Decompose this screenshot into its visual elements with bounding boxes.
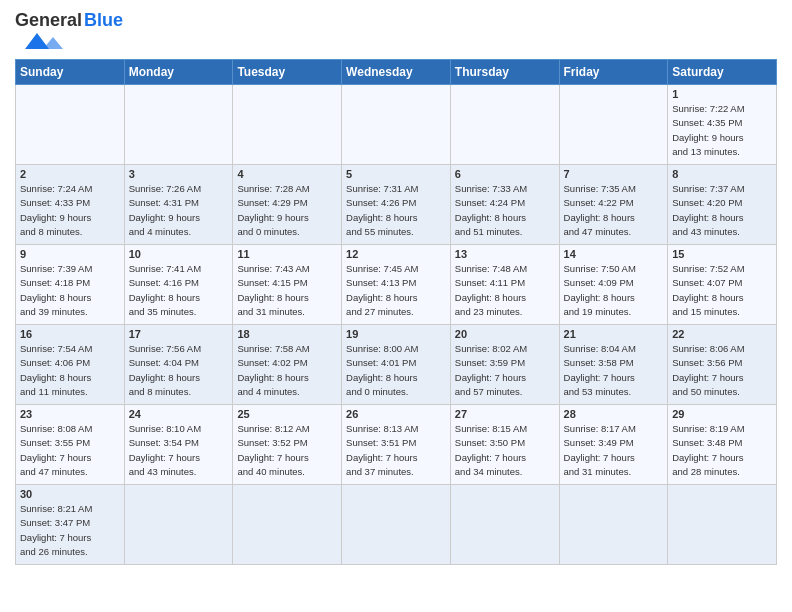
calendar-week-row: 1Sunrise: 7:22 AM Sunset: 4:35 PM Daylig…: [16, 85, 777, 165]
col-monday: Monday: [124, 60, 233, 85]
logo-icon: [15, 31, 70, 51]
day-number: 30: [20, 488, 120, 500]
col-tuesday: Tuesday: [233, 60, 342, 85]
day-info: Sunrise: 8:04 AM Sunset: 3:58 PM Dayligh…: [564, 342, 664, 399]
day-info: Sunrise: 7:22 AM Sunset: 4:35 PM Dayligh…: [672, 102, 772, 159]
day-info: Sunrise: 8:19 AM Sunset: 3:48 PM Dayligh…: [672, 422, 772, 479]
day-info: Sunrise: 7:24 AM Sunset: 4:33 PM Dayligh…: [20, 182, 120, 239]
calendar-cell: 27Sunrise: 8:15 AM Sunset: 3:50 PM Dayli…: [450, 405, 559, 485]
day-info: Sunrise: 7:56 AM Sunset: 4:04 PM Dayligh…: [129, 342, 229, 399]
day-number: 3: [129, 168, 229, 180]
day-number: 24: [129, 408, 229, 420]
calendar-cell: 23Sunrise: 8:08 AM Sunset: 3:55 PM Dayli…: [16, 405, 125, 485]
day-number: 27: [455, 408, 555, 420]
day-info: Sunrise: 7:48 AM Sunset: 4:11 PM Dayligh…: [455, 262, 555, 319]
col-saturday: Saturday: [668, 60, 777, 85]
day-info: Sunrise: 8:02 AM Sunset: 3:59 PM Dayligh…: [455, 342, 555, 399]
day-info: Sunrise: 7:43 AM Sunset: 4:15 PM Dayligh…: [237, 262, 337, 319]
calendar-cell: 19Sunrise: 8:00 AM Sunset: 4:01 PM Dayli…: [342, 325, 451, 405]
calendar-cell: 7Sunrise: 7:35 AM Sunset: 4:22 PM Daylig…: [559, 165, 668, 245]
calendar-cell: [342, 485, 451, 565]
day-number: 20: [455, 328, 555, 340]
calendar-cell: 13Sunrise: 7:48 AM Sunset: 4:11 PM Dayli…: [450, 245, 559, 325]
calendar-week-row: 23Sunrise: 8:08 AM Sunset: 3:55 PM Dayli…: [16, 405, 777, 485]
calendar-cell: 5Sunrise: 7:31 AM Sunset: 4:26 PM Daylig…: [342, 165, 451, 245]
calendar-cell: [450, 85, 559, 165]
calendar-cell: 28Sunrise: 8:17 AM Sunset: 3:49 PM Dayli…: [559, 405, 668, 485]
calendar-cell: [559, 485, 668, 565]
day-number: 11: [237, 248, 337, 260]
day-number: 14: [564, 248, 664, 260]
page: General Blue Sunday Monday Tuesday Wedne…: [0, 0, 792, 575]
calendar-cell: 9Sunrise: 7:39 AM Sunset: 4:18 PM Daylig…: [16, 245, 125, 325]
svg-marker-1: [43, 37, 63, 49]
day-number: 29: [672, 408, 772, 420]
calendar-cell: 12Sunrise: 7:45 AM Sunset: 4:13 PM Dayli…: [342, 245, 451, 325]
day-info: Sunrise: 7:39 AM Sunset: 4:18 PM Dayligh…: [20, 262, 120, 319]
calendar-cell: 11Sunrise: 7:43 AM Sunset: 4:15 PM Dayli…: [233, 245, 342, 325]
calendar-cell: [342, 85, 451, 165]
day-info: Sunrise: 7:37 AM Sunset: 4:20 PM Dayligh…: [672, 182, 772, 239]
day-number: 28: [564, 408, 664, 420]
calendar-table: Sunday Monday Tuesday Wednesday Thursday…: [15, 59, 777, 565]
day-number: 6: [455, 168, 555, 180]
day-number: 8: [672, 168, 772, 180]
col-sunday: Sunday: [16, 60, 125, 85]
day-info: Sunrise: 8:15 AM Sunset: 3:50 PM Dayligh…: [455, 422, 555, 479]
day-info: Sunrise: 7:58 AM Sunset: 4:02 PM Dayligh…: [237, 342, 337, 399]
calendar-cell: 24Sunrise: 8:10 AM Sunset: 3:54 PM Dayli…: [124, 405, 233, 485]
calendar-week-row: 2Sunrise: 7:24 AM Sunset: 4:33 PM Daylig…: [16, 165, 777, 245]
day-number: 1: [672, 88, 772, 100]
col-wednesday: Wednesday: [342, 60, 451, 85]
calendar-cell: [668, 485, 777, 565]
calendar-cell: 1Sunrise: 7:22 AM Sunset: 4:35 PM Daylig…: [668, 85, 777, 165]
calendar-cell: 17Sunrise: 7:56 AM Sunset: 4:04 PM Dayli…: [124, 325, 233, 405]
calendar-cell: 30Sunrise: 8:21 AM Sunset: 3:47 PM Dayli…: [16, 485, 125, 565]
calendar-cell: 25Sunrise: 8:12 AM Sunset: 3:52 PM Dayli…: [233, 405, 342, 485]
day-number: 17: [129, 328, 229, 340]
calendar-cell: 21Sunrise: 8:04 AM Sunset: 3:58 PM Dayli…: [559, 325, 668, 405]
day-info: Sunrise: 8:10 AM Sunset: 3:54 PM Dayligh…: [129, 422, 229, 479]
calendar-cell: 6Sunrise: 7:33 AM Sunset: 4:24 PM Daylig…: [450, 165, 559, 245]
logo-general-text: General: [15, 10, 82, 31]
calendar-week-row: 30Sunrise: 8:21 AM Sunset: 3:47 PM Dayli…: [16, 485, 777, 565]
calendar-cell: [124, 85, 233, 165]
calendar-week-row: 16Sunrise: 7:54 AM Sunset: 4:06 PM Dayli…: [16, 325, 777, 405]
day-number: 9: [20, 248, 120, 260]
calendar-cell: [233, 85, 342, 165]
day-number: 7: [564, 168, 664, 180]
col-friday: Friday: [559, 60, 668, 85]
calendar-cell: 16Sunrise: 7:54 AM Sunset: 4:06 PM Dayli…: [16, 325, 125, 405]
calendar-cell: [233, 485, 342, 565]
day-number: 5: [346, 168, 446, 180]
day-number: 19: [346, 328, 446, 340]
calendar-cell: [16, 85, 125, 165]
calendar-cell: 22Sunrise: 8:06 AM Sunset: 3:56 PM Dayli…: [668, 325, 777, 405]
day-number: 23: [20, 408, 120, 420]
calendar-cell: 4Sunrise: 7:28 AM Sunset: 4:29 PM Daylig…: [233, 165, 342, 245]
calendar-cell: 18Sunrise: 7:58 AM Sunset: 4:02 PM Dayli…: [233, 325, 342, 405]
col-thursday: Thursday: [450, 60, 559, 85]
day-number: 25: [237, 408, 337, 420]
calendar-cell: [124, 485, 233, 565]
day-number: 22: [672, 328, 772, 340]
day-info: Sunrise: 7:28 AM Sunset: 4:29 PM Dayligh…: [237, 182, 337, 239]
logo-blue-text: Blue: [84, 10, 123, 31]
calendar-cell: 10Sunrise: 7:41 AM Sunset: 4:16 PM Dayli…: [124, 245, 233, 325]
day-number: 4: [237, 168, 337, 180]
day-number: 2: [20, 168, 120, 180]
day-info: Sunrise: 8:12 AM Sunset: 3:52 PM Dayligh…: [237, 422, 337, 479]
calendar-cell: 2Sunrise: 7:24 AM Sunset: 4:33 PM Daylig…: [16, 165, 125, 245]
calendar-week-row: 9Sunrise: 7:39 AM Sunset: 4:18 PM Daylig…: [16, 245, 777, 325]
day-info: Sunrise: 7:33 AM Sunset: 4:24 PM Dayligh…: [455, 182, 555, 239]
day-info: Sunrise: 8:00 AM Sunset: 4:01 PM Dayligh…: [346, 342, 446, 399]
calendar-cell: 26Sunrise: 8:13 AM Sunset: 3:51 PM Dayli…: [342, 405, 451, 485]
day-info: Sunrise: 7:26 AM Sunset: 4:31 PM Dayligh…: [129, 182, 229, 239]
day-info: Sunrise: 7:35 AM Sunset: 4:22 PM Dayligh…: [564, 182, 664, 239]
logo: General Blue: [15, 10, 123, 51]
day-info: Sunrise: 7:54 AM Sunset: 4:06 PM Dayligh…: [20, 342, 120, 399]
day-info: Sunrise: 7:31 AM Sunset: 4:26 PM Dayligh…: [346, 182, 446, 239]
calendar-cell: [450, 485, 559, 565]
day-info: Sunrise: 7:45 AM Sunset: 4:13 PM Dayligh…: [346, 262, 446, 319]
calendar-cell: [559, 85, 668, 165]
